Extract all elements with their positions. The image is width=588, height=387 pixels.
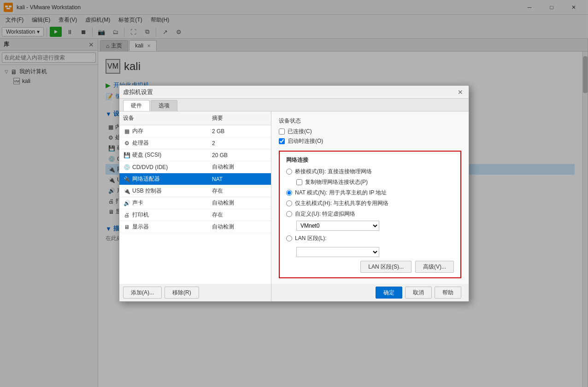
vmnet-select-container: VMnet0 <box>296 221 379 231</box>
dialog-tab-options[interactable]: 选项 <box>151 100 177 111</box>
dialog-tabs: 硬件 选项 <box>119 99 469 111</box>
lan-select-container <box>296 245 379 257</box>
replicate-label[interactable]: 复制物理网络连接状态(P) <box>305 178 368 186</box>
dialog-footer-right: 确定 取消 帮助 <box>271 284 469 301</box>
dialog-device-row-display[interactable]: 🖥显示器 自动检测 <box>119 221 271 233</box>
col-device-label: 设备 <box>123 114 212 122</box>
dialog-tab-hardware[interactable]: 硬件 <box>123 100 150 111</box>
dialog-footer-left: 添加(A)... 移除(R) <box>119 284 271 301</box>
connect-on-start-checkbox-row: 启动时连接(O) <box>279 137 461 145</box>
connected-checkbox[interactable] <box>279 129 285 135</box>
dialog-device-row-memory[interactable]: ▦内存 2 GB <box>119 125 271 137</box>
dialog-nic-icon: 🔌 <box>123 176 130 183</box>
vm-settings-dialog: 虚拟机设置 ✕ 硬件 选项 设备 摘要 ▦内存 2 GB <box>119 85 469 302</box>
dialog-display-icon: 🖥 <box>123 223 130 231</box>
help-button[interactable]: 帮助 <box>435 287 461 299</box>
dialog-printer-icon: 🖨 <box>123 211 130 219</box>
bridge-mode-radio[interactable] <box>286 169 292 175</box>
connected-label[interactable]: 已连接(C) <box>288 128 312 135</box>
dialog-usb-icon: 🔌 <box>123 188 130 195</box>
lan-dropdown-wrapper <box>296 245 454 257</box>
dialog-device-row-cdrom[interactable]: 💿CD/DVD (IDE) 自动检测 <box>119 161 271 173</box>
dialog-device-row-usb[interactable]: 🔌USB 控制器 存在 <box>119 185 271 197</box>
network-section-title: 网络连接 <box>286 156 454 164</box>
lan-label[interactable]: LAN 区段(L): <box>295 235 327 242</box>
connect-on-start-label[interactable]: 启动时连接(O) <box>288 137 323 145</box>
ok-button[interactable]: 确定 <box>376 287 402 299</box>
vmnet-select-wrapper: VMnet0 <box>296 221 454 231</box>
bridge-mode-label[interactable]: 桥接模式(B): 直接连接物理网络 <box>295 168 372 176</box>
dialog-title-bar: 虚拟机设置 ✕ <box>119 86 469 99</box>
dialog-device-row-cpu[interactable]: ⚙处理器 2 <box>119 137 271 149</box>
host-only-label[interactable]: 仅主机模式(H): 与主机共享的专用网络 <box>295 199 388 207</box>
dialog-body: 设备 摘要 ▦内存 2 GB ⚙处理器 2 💾硬盘 (SCSI) 20 GB <box>119 111 469 284</box>
nat-mode-radio-row: NAT 模式(N): 用于共享主机的 IP 地址 <box>286 189 454 197</box>
custom-radio[interactable] <box>286 211 292 217</box>
lan-segment-btn[interactable]: LAN 区段(S)... <box>360 261 412 273</box>
host-only-radio[interactable] <box>286 200 292 206</box>
replicate-checkbox-row: 复制物理网络连接状态(P) <box>296 178 454 186</box>
device-status-title: 设备状态 <box>279 117 461 125</box>
lan-radio[interactable] <box>286 235 292 241</box>
nat-mode-radio[interactable] <box>286 190 292 196</box>
dialog-hdd-icon: 💾 <box>123 152 130 159</box>
vmnet-select[interactable]: VMnet0 <box>296 221 379 231</box>
dialog-cdrom-icon: 💿 <box>123 164 130 171</box>
dialog-overlay: 虚拟机设置 ✕ 硬件 选项 设备 摘要 ▦内存 2 GB <box>0 0 588 387</box>
nat-mode-label[interactable]: NAT 模式(N): 用于共享主机的 IP 地址 <box>295 189 387 197</box>
lan-select[interactable] <box>296 247 379 257</box>
dialog-memory-icon: ▦ <box>123 128 130 135</box>
dialog-sound-icon: 🔊 <box>123 199 130 207</box>
dialog-device-row-nic[interactable]: 🔌网络适配器 NAT <box>119 173 271 185</box>
cancel-button[interactable]: 取消 <box>405 287 432 299</box>
dialog-title: 虚拟机设置 <box>123 88 153 96</box>
custom-radio-row: 自定义(U): 特定虚拟网络 <box>286 210 454 218</box>
replicate-checkbox[interactable] <box>296 179 302 185</box>
bridge-mode-radio-row: 桥接模式(B): 直接连接物理网络 <box>286 168 454 176</box>
add-device-button[interactable]: 添加(A)... <box>123 287 162 299</box>
host-only-radio-row: 仅主机模式(H): 与主机共享的专用网络 <box>286 199 454 207</box>
col-summary-label: 摘要 <box>212 114 267 122</box>
connected-checkbox-row: 已连接(C) <box>279 128 461 135</box>
dialog-close-button[interactable]: ✕ <box>456 88 465 97</box>
dialog-bottom: 添加(A)... 移除(R) 确定 取消 帮助 <box>119 284 469 301</box>
advanced-btn[interactable]: 高级(V)... <box>415 261 454 273</box>
dialog-cpu-icon: ⚙ <box>123 140 130 147</box>
dialog-device-row-sound[interactable]: 🔊声卡 自动检测 <box>119 197 271 209</box>
network-action-buttons: 确定 LAN 区段(S)... 高级(V)... <box>286 261 454 273</box>
dialog-settings-panel: 设备状态 已连接(C) 启动时连接(O) 网络连接 桥接模式(B) <box>271 111 469 284</box>
dialog-device-panel: 设备 摘要 ▦内存 2 GB ⚙处理器 2 💾硬盘 (SCSI) 20 GB <box>119 111 271 284</box>
dialog-list-header: 设备 摘要 <box>119 111 271 125</box>
remove-device-button[interactable]: 移除(R) <box>165 287 199 299</box>
device-status-section: 设备状态 已连接(C) 启动时连接(O) <box>279 117 461 145</box>
dialog-device-row-hdd[interactable]: 💾硬盘 (SCSI) 20 GB <box>119 149 271 161</box>
dialog-device-list: ▦内存 2 GB ⚙处理器 2 💾硬盘 (SCSI) 20 GB 💿CD/DVD… <box>119 125 271 233</box>
lan-radio-row: LAN 区段(L): <box>286 235 454 242</box>
dialog-device-row-printer[interactable]: 🖨打印机 存在 <box>119 209 271 221</box>
connect-on-start-checkbox[interactable] <box>279 138 285 144</box>
replicate-indent: 复制物理网络连接状态(P) <box>296 178 454 186</box>
network-connection-section: 网络连接 桥接模式(B): 直接连接物理网络 复制物理网络连接状态(P) NAT <box>279 151 461 278</box>
custom-label[interactable]: 自定义(U): 特定虚拟网络 <box>295 210 355 218</box>
